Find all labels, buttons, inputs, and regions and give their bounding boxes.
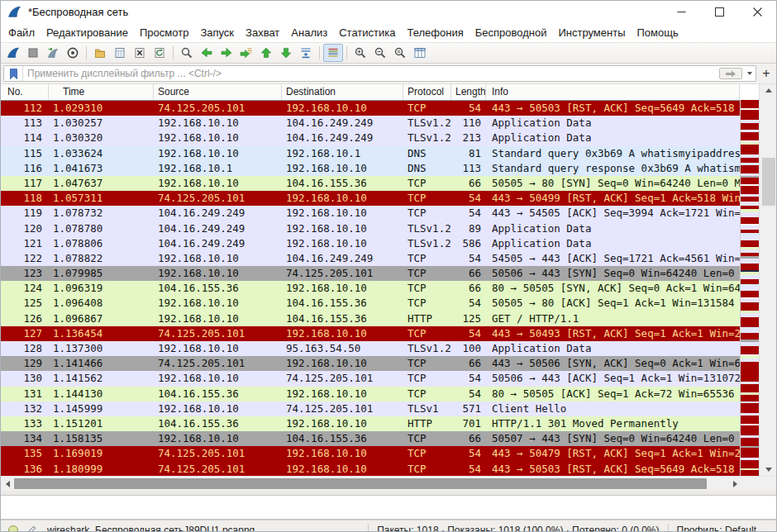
go-forward-button[interactable] [217, 44, 236, 62]
packet-row-133[interactable]: 1331.151201104.16.155.36192.168.10.10HTT… [1, 416, 740, 431]
packet-row-126[interactable]: 1261.096867192.168.10.10104.16.155.36HTT… [1, 311, 740, 326]
maximize-button[interactable] [700, 1, 738, 22]
menu-wireless[interactable]: Беспроводной [470, 24, 553, 41]
close-file-button[interactable] [130, 44, 150, 62]
menu-analyze[interactable]: Анализ [285, 24, 333, 41]
column-header-proto[interactable]: Protocol [403, 84, 451, 100]
triangle-left-icon [6, 481, 10, 487]
save-file-button[interactable] [110, 44, 130, 62]
go-last-packet-button[interactable] [276, 44, 296, 62]
packet-row-112[interactable]: 1121.02931074.125.205.101192.168.10.10TC… [1, 101, 740, 116]
packet-rows: 1121.02931074.125.205.101192.168.10.10TC… [1, 101, 740, 476]
minimize-button[interactable] [662, 1, 700, 22]
scroll-up-button[interactable] [760, 84, 777, 97]
packet-row-122[interactable]: 1221.078822192.168.10.10104.16.249.249TC… [1, 251, 740, 266]
arrow-left-icon [200, 46, 213, 59]
horizontal-scrollbar[interactable] [1, 476, 776, 491]
auto-scroll-button[interactable] [296, 44, 316, 62]
filter-bookmark-button[interactable] [4, 66, 23, 81]
add-filter-button[interactable]: + [759, 66, 774, 81]
resize-columns-button[interactable] [410, 44, 430, 62]
packet-row-124[interactable]: 1241.096319104.16.155.36192.168.10.10TCP… [1, 281, 740, 296]
column-header-len[interactable]: Length [451, 84, 486, 100]
vertical-scrollbar[interactable] [759, 84, 777, 476]
packet-row-118[interactable]: 1181.05731174.125.205.101192.168.10.10TC… [1, 191, 740, 206]
capture-comment-button[interactable] [22, 522, 41, 532]
resize-grip[interactable] [765, 529, 776, 532]
menu-help[interactable]: Помощь [632, 24, 684, 41]
restart-capture-button[interactable] [43, 44, 63, 62]
scroll-right-button[interactable] [728, 477, 741, 491]
scroll-left-button[interactable] [1, 477, 14, 491]
filter-dropdown-button[interactable] [744, 67, 756, 80]
packet-row-120[interactable]: 1201.078780104.16.249.249192.168.10.10TL… [1, 221, 740, 236]
packet-row-127[interactable]: 1271.13645474.125.205.101192.168.10.10TC… [1, 326, 740, 341]
zoom-out-button[interactable] [370, 44, 390, 62]
colorize-packets-button[interactable] [323, 44, 343, 62]
packet-row-132[interactable]: 1321.145999192.168.10.1074.125.205.101TL… [1, 401, 740, 416]
cell-dst: 74.125.205.101 [282, 266, 403, 281]
packet-row-115[interactable]: 1151.033624192.168.10.10192.168.10.1DNS8… [1, 146, 740, 161]
column-header-time[interactable]: Time [49, 84, 154, 100]
packet-row-130[interactable]: 1301.141562192.168.10.1074.125.205.101TC… [1, 371, 740, 386]
minimap-stripe [741, 372, 759, 382]
packet-row-131[interactable]: 1311.144130104.16.155.36192.168.10.10TCP… [1, 387, 740, 401]
zoom-normal-button[interactable] [390, 44, 410, 62]
horizontal-scroll-thumb[interactable] [14, 478, 707, 489]
menu-capture[interactable]: Захват [240, 24, 285, 41]
packet-row-136[interactable]: 1361.18099974.125.205.101192.168.10.10TC… [1, 462, 740, 477]
start-capture-button[interactable] [3, 44, 23, 62]
capture-options-button[interactable] [63, 44, 83, 62]
find-packet-button[interactable] [177, 44, 197, 62]
reload-file-button[interactable] [150, 44, 169, 62]
cell-len: 586 [451, 236, 486, 251]
packet-row-116[interactable]: 1161.041673192.168.10.1192.168.10.10DNS1… [1, 161, 740, 176]
packet-row-125[interactable]: 1251.096408192.168.10.10104.16.155.36TCP… [1, 296, 740, 311]
column-header-dst[interactable]: Destination [282, 84, 403, 100]
column-header-src[interactable]: Source [154, 84, 282, 100]
vertical-scroll-thumb[interactable] [762, 158, 775, 206]
cell-proto: TLSv1 [403, 401, 451, 416]
display-filter-input[interactable] [23, 68, 719, 79]
packet-row-135[interactable]: 1351.16901974.125.205.101192.168.10.10TC… [1, 446, 740, 461]
packet-row-134[interactable]: 1341.158135192.168.10.10104.16.155.36TCP… [1, 431, 740, 446]
go-to-packet-button[interactable] [236, 44, 256, 62]
expert-info-button[interactable] [4, 522, 22, 532]
packet-row-121[interactable]: 1211.078806104.16.249.249192.168.10.10TL… [1, 236, 740, 251]
cell-proto: TCP [403, 462, 451, 477]
menu-statistics[interactable]: Статистика [333, 24, 401, 41]
menu-go[interactable]: Запуск [194, 24, 240, 41]
stop-capture-button[interactable] [23, 44, 43, 62]
profile-selector[interactable]: Профиль: Default [668, 524, 765, 532]
scroll-down-button[interactable] [760, 463, 777, 476]
go-first-packet-button[interactable] [256, 44, 276, 62]
horizontal-scroll-track[interactable] [14, 477, 728, 491]
open-file-button[interactable] [90, 44, 110, 62]
cell-proto: TCP [403, 176, 451, 191]
menu-file[interactable]: Файл [2, 24, 41, 41]
menu-view[interactable]: Просмотр [134, 24, 194, 41]
packet-row-117[interactable]: 1171.047637192.168.10.10104.16.155.36TCP… [1, 176, 740, 191]
menu-tools[interactable]: Инструменты [552, 24, 631, 41]
packet-row-119[interactable]: 1191.078732104.16.249.249192.168.10.10TC… [1, 206, 740, 221]
packet-row-128[interactable]: 1281.137300192.168.10.1095.163.54.50TLSv… [1, 341, 740, 356]
zoom-in-button[interactable] [350, 44, 370, 62]
apply-filter-button[interactable] [719, 68, 742, 79]
go-back-button[interactable] [197, 44, 217, 62]
cell-proto: TLSv1.2 [403, 341, 451, 356]
packet-row-123[interactable]: 1231.079985192.168.10.1074.125.205.101TC… [1, 266, 740, 281]
menu-edit[interactable]: Редактирование [41, 24, 134, 41]
packet-row-129[interactable]: 1291.14146674.125.205.101192.168.10.10TC… [1, 356, 740, 371]
cell-src: 192.168.10.10 [154, 401, 282, 416]
packet-row-114[interactable]: 1141.030320192.168.10.10104.16.249.249TL… [1, 131, 740, 145]
column-header-info[interactable]: Info [486, 84, 740, 100]
close-button[interactable] [738, 1, 776, 22]
cell-info: 50506 → 443 [ACK] Seq=1 Ack=1 Win=131072 [486, 371, 740, 386]
filter-bar: + [1, 64, 776, 84]
menu-telephony[interactable]: Телефония [401, 24, 469, 41]
minimap-stripe [741, 132, 759, 140]
packet-minimap[interactable] [740, 100, 759, 476]
vertical-scroll-track[interactable] [760, 97, 777, 463]
packet-row-113[interactable]: 1131.030257192.168.10.10104.16.249.249TL… [1, 116, 740, 131]
column-header-no[interactable]: No. [1, 84, 49, 100]
